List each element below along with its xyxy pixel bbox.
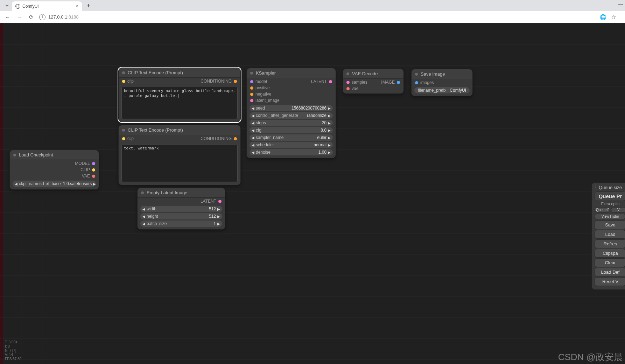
widget-filename-prefix[interactable]: filename_prefixComfyUI: [414, 87, 470, 93]
clipspace-button[interactable]: Clipspa: [595, 249, 625, 258]
chevron-left-icon: ◀: [252, 114, 254, 118]
input-images[interactable]: images: [415, 80, 434, 85]
output-latent[interactable]: LATENT: [201, 199, 222, 204]
collapse-dot-icon[interactable]: [13, 154, 16, 156]
input-vae[interactable]: vae: [346, 86, 367, 91]
chevron-left-icon: ◀: [252, 136, 254, 140]
address-bar[interactable]: i 127.0.0.1:8188: [39, 14, 596, 20]
tabs-dropdown[interactable]: [3, 1, 11, 10]
output-image[interactable]: IMAGE: [381, 80, 400, 85]
minimize-button[interactable]: —: [618, 1, 623, 7]
input-model[interactable]: model: [250, 79, 280, 84]
input-clip[interactable]: clip: [122, 136, 134, 141]
output-latent[interactable]: LATENT: [311, 79, 332, 84]
control-panel[interactable]: ⋮⋮ Queue size Queue Pr Extra optio Queue…: [591, 182, 625, 290]
widget-scheduler[interactable]: ◀schedulernormal▶: [250, 142, 333, 148]
output-conditioning[interactable]: CONDITIONING: [201, 79, 237, 84]
chevron-right-icon: ▶: [328, 121, 331, 125]
load-button[interactable]: Load: [595, 230, 625, 239]
pin-icon: [92, 168, 95, 172]
pin-icon: [346, 81, 350, 84]
widget-control_after_generate[interactable]: ◀control_after_generaterandomize▶: [250, 112, 333, 119]
load-default-button[interactable]: Load Def: [595, 268, 625, 276]
save-button[interactable]: Save: [595, 220, 625, 229]
node-canvas[interactable]: Load Checkpoint MODEL CLIP VAE ◀ckpt_nam…: [0, 23, 625, 364]
widget-seed[interactable]: ◀seed156680208700286▶: [250, 105, 333, 111]
reload-button[interactable]: ⟳: [27, 13, 35, 21]
widget-denoise[interactable]: ◀denoise1.00▶: [250, 149, 333, 155]
collapse-dot-icon[interactable]: [122, 129, 125, 132]
chevron-right-icon: ▶: [217, 222, 220, 226]
forward-button[interactable]: →: [15, 13, 23, 21]
clear-button[interactable]: Clear: [595, 258, 625, 267]
node-title: Save Image: [421, 71, 445, 77]
widget-steps[interactable]: ◀steps20▶: [250, 120, 333, 126]
queue-front-button[interactable]: Queue Front: [595, 207, 610, 212]
node-clip-text-encode-prompt[interactable]: CLIP Text Encode (Prompt) clip CONDITION…: [118, 68, 241, 122]
collapse-dot-icon[interactable]: [141, 191, 144, 194]
chevron-right-icon: ▶: [328, 128, 331, 132]
pin-icon: [329, 80, 332, 83]
widget-ckpt-name[interactable]: ◀ckpt_namesd_xl_base_1.0.safetensors▶: [13, 181, 96, 187]
prompt-textarea[interactable]: text, watermark: [121, 144, 238, 182]
pin-icon: [122, 137, 125, 140]
toolbar: ← → ⟳ i 127.0.0.1:8188 🌐 ☆: [0, 11, 625, 23]
new-tab-button[interactable]: +: [84, 1, 93, 10]
chevron-left-icon: ◀: [252, 150, 254, 154]
input-latent_image[interactable]: latent_image: [250, 98, 280, 103]
node-ksampler[interactable]: KSampler modelpositivenegativelatent_ima…: [246, 68, 336, 158]
chevron-right-icon: ▶: [328, 136, 331, 140]
node-save-image[interactable]: Save Image images filename_prefixComfyUI: [411, 69, 473, 96]
widget-width[interactable]: ◀width512▶: [140, 206, 222, 212]
browser-tab[interactable]: ComfyUI ×: [12, 1, 82, 11]
pin-icon: [250, 93, 253, 96]
node-empty-latent-image[interactable]: Empty Latent Image LATENT ◀width512▶◀hei…: [137, 188, 225, 230]
url-port: :8188: [67, 14, 79, 20]
pin-icon: [234, 80, 237, 83]
node-title: VAE Decode: [352, 71, 378, 76]
node-vae-decode[interactable]: VAE Decode samplesvae IMAGE: [343, 69, 404, 94]
translate-icon[interactable]: 🌐: [600, 14, 606, 20]
refresh-button[interactable]: Refres: [595, 239, 625, 248]
collapse-dot-icon[interactable]: [346, 72, 349, 75]
close-icon[interactable]: ×: [76, 4, 78, 9]
output-conditioning[interactable]: CONDITIONING: [201, 136, 237, 141]
chevron-right-icon: ▶: [217, 215, 220, 218]
widget-sampler_name[interactable]: ◀sampler_nameeuler▶: [250, 134, 333, 141]
pin-icon: [250, 86, 253, 90]
reset-view-button[interactable]: Reset V: [595, 277, 625, 286]
view-history-button[interactable]: View Histor: [595, 214, 625, 219]
widget-cfg[interactable]: ◀cfg8.0▶: [250, 127, 333, 133]
node-title: CLIP Text Encode (Prompt): [128, 127, 183, 133]
node-clip-text-encode-negative[interactable]: CLIP Text Encode (Prompt) clip CONDITION…: [118, 125, 241, 185]
queue-prompt-button[interactable]: Queue Pr: [595, 191, 625, 201]
chevron-left-icon: ◀: [142, 222, 145, 226]
collapse-dot-icon[interactable]: [250, 72, 253, 75]
tab-bar: ComfyUI × + —: [0, 0, 625, 11]
pin-icon: [218, 200, 222, 203]
input-clip[interactable]: clip: [122, 79, 134, 84]
node-title: Empty Latent Image: [147, 190, 187, 195]
widget-height[interactable]: ◀height512▶: [140, 213, 222, 219]
input-negative[interactable]: negative: [250, 92, 280, 97]
bookmark-icon[interactable]: ☆: [611, 14, 616, 20]
widget-batch_size[interactable]: ◀batch_size1▶: [140, 220, 222, 227]
url-host: 127.0.0.1: [48, 14, 67, 20]
pin-icon: [92, 175, 95, 178]
collapse-dot-icon[interactable]: [122, 71, 125, 74]
prompt-textarea[interactable]: beautiful scenery nature glass bottle la…: [121, 87, 238, 119]
pin-icon: [122, 80, 125, 83]
info-icon[interactable]: i: [39, 14, 45, 20]
input-samples[interactable]: samples: [346, 80, 367, 85]
node-load-checkpoint[interactable]: Load Checkpoint MODEL CLIP VAE ◀ckpt_nam…: [9, 150, 99, 190]
drag-handle-icon[interactable]: ⋮⋮: [593, 185, 602, 190]
output-clip[interactable]: CLIP: [75, 167, 95, 172]
collapse-dot-icon[interactable]: [415, 73, 418, 76]
view-queue-button[interactable]: V: [611, 207, 625, 212]
pin-icon: [250, 80, 253, 83]
extra-options-label[interactable]: Extra optio: [595, 202, 625, 206]
output-vae[interactable]: VAE: [75, 174, 95, 178]
input-positive[interactable]: positive: [250, 85, 280, 90]
output-model[interactable]: MODEL: [75, 161, 95, 166]
back-button[interactable]: ←: [3, 13, 11, 21]
